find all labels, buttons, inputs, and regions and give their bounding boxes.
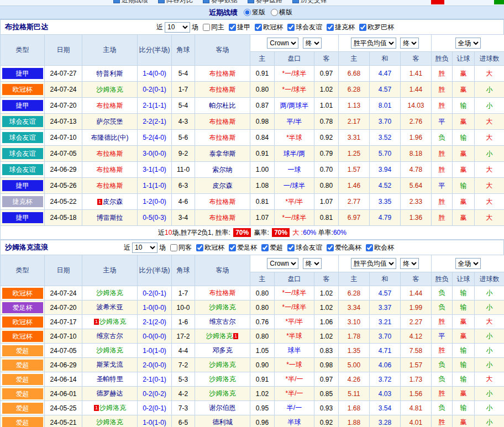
away-team-link[interactable]: 帕尔杜比	[209, 102, 236, 109]
scope-select[interactable]: 全场	[455, 258, 481, 269]
match-count-select[interactable]: 10	[132, 243, 158, 253]
top-nav-item[interactable]: 赛事盘路	[248, 0, 282, 5]
away-team-link[interactable]: 沙姆洛克	[206, 332, 233, 340]
away-team-link[interactable]: 布拉格斯	[209, 86, 236, 93]
top-nav-item[interactable]: 阵容对比	[158, 0, 193, 5]
score-link[interactable]: 5-2(4-0)	[143, 134, 166, 141]
away-team-link[interactable]: 布拉格斯	[209, 289, 236, 297]
home-team-link[interactable]: 沙姆洛克	[99, 318, 126, 325]
match-count-select[interactable]: 10	[165, 22, 190, 33]
home-team-link[interactable]: 博雷斯拉	[97, 214, 123, 222]
score-link[interactable]: 1-0(1-0)	[143, 419, 166, 426]
euro-avg-select[interactable]: 胜平负均值	[351, 38, 396, 49]
score-link[interactable]: 3-0(0-0)	[143, 150, 166, 157]
home-team-link[interactable]: 皮尔森	[103, 198, 123, 205]
home-team-link[interactable]: 布拉格斯	[97, 166, 123, 173]
filter-league-checkbox[interactable]	[287, 24, 295, 31]
score-link[interactable]: 1-0(1-0)	[143, 347, 166, 355]
home-team-link[interactable]: 萨尔茨堡	[97, 118, 123, 125]
filter-same-venue[interactable]: 同客	[170, 243, 192, 252]
filter-league[interactable]: 欧冠杯	[255, 23, 283, 32]
filter-league[interactable]: 球会友谊	[287, 23, 322, 32]
score-link[interactable]: 1-0(0-0)	[143, 304, 166, 312]
horizontal-radio[interactable]	[271, 9, 278, 16]
score-link[interactable]: 2-1(1-1)	[143, 102, 166, 109]
away-team-link[interactable]: 索尔纳	[213, 166, 233, 173]
filter-same-venue-checkbox[interactable]	[170, 244, 177, 251]
filter-league[interactable]: 捷甲	[229, 23, 250, 32]
away-team-link[interactable]: 谢尔伯恩	[209, 404, 236, 412]
scope-select[interactable]: 全场	[455, 38, 481, 49]
home-team-link[interactable]: 布隆德比(中)	[91, 134, 129, 141]
odds-stage-select[interactable]: 终	[303, 258, 322, 269]
top-nav-item[interactable]: 赛事数据	[203, 0, 238, 5]
filter-league[interactable]: 欧罗巴杯	[359, 23, 394, 32]
home-team-link[interactable]: 沙姆洛克	[97, 418, 123, 426]
score-link[interactable]: 0-5(0-3)	[143, 214, 166, 222]
away-team-link[interactable]: 皮尔森	[213, 182, 233, 189]
filter-league-checkbox[interactable]	[287, 244, 295, 251]
home-team-link[interactable]: 波希米亚	[97, 303, 123, 311]
filter-league-checkbox[interactable]	[255, 24, 262, 31]
score-link[interactable]: 3-1(1-0)	[143, 166, 166, 173]
score-link[interactable]: 2-0(0-0)	[143, 361, 166, 369]
away-team-link[interactable]: 布拉格斯	[209, 118, 236, 125]
home-team-link[interactable]: 斯莱戈流	[97, 361, 123, 368]
euro-stage-select[interactable]: 终	[400, 38, 419, 49]
score-link[interactable]: 0-0(0-0)	[143, 333, 166, 340]
home-team-link[interactable]: 特普利斯	[97, 70, 123, 77]
filter-same-venue-checkbox[interactable]	[203, 24, 210, 31]
score-link[interactable]: 2-1(0-1)	[143, 376, 166, 383]
score-link[interactable]: 0-2(0-2)	[143, 390, 166, 398]
filter-league-checkbox[interactable]	[261, 244, 269, 251]
away-team-link[interactable]: 沙姆洛克	[209, 361, 236, 368]
vertical-radio[interactable]	[244, 9, 251, 16]
away-team-link[interactable]: 沙姆洛克	[209, 375, 236, 383]
away-team-link[interactable]: 布拉格斯	[209, 134, 236, 141]
score-link[interactable]: 0-2(0-1)	[143, 404, 166, 412]
score-link[interactable]: 1-2(0-0)	[143, 198, 166, 205]
score-link[interactable]: 0-2(0-1)	[143, 86, 166, 93]
away-team-link[interactable]: 沙姆洛克	[209, 389, 236, 397]
filter-league[interactable]: 爱伦高杯	[327, 243, 361, 252]
filter-league-checkbox[interactable]	[327, 244, 334, 251]
away-team-link[interactable]: 邓多克	[213, 346, 233, 354]
filter-league-checkbox[interactable]	[229, 244, 236, 251]
top-nav-item[interactable]: 历史交锋	[292, 0, 327, 5]
score-link[interactable]: 0-2(0-1)	[143, 289, 166, 297]
away-team-link[interactable]: 布拉格斯	[209, 198, 236, 205]
score-link[interactable]: 1-1(1-0)	[143, 182, 166, 189]
filter-league[interactable]: 欧冠杯	[196, 243, 224, 252]
away-team-link[interactable]: 德利城	[213, 418, 233, 426]
away-team-link[interactable]: 布拉格斯	[209, 214, 236, 222]
bookmaker-select[interactable]: Crown	[267, 258, 298, 269]
filter-league-checkbox[interactable]	[359, 24, 366, 31]
home-team-link[interactable]: 布拉格斯	[97, 150, 123, 157]
euro-avg-select[interactable]: 胜平负均值	[351, 258, 396, 269]
filter-league[interactable]: 捷克杯	[327, 23, 355, 32]
filter-league[interactable]: 爱超	[261, 243, 283, 252]
layout-option-vertical[interactable]: 竖版	[244, 8, 265, 17]
home-team-link[interactable]: 沙姆洛克	[99, 404, 126, 412]
euro-stage-select[interactable]: 终	[400, 258, 419, 269]
away-team-link[interactable]: 维京古尔	[209, 318, 236, 325]
bookmaker-select[interactable]: Crown	[267, 38, 298, 49]
away-team-link[interactable]: 沙姆洛克	[209, 303, 236, 311]
filter-same-venue[interactable]: 同主	[203, 23, 224, 32]
home-team-link[interactable]: 维京古尔	[97, 332, 123, 340]
home-team-link[interactable]: 布拉格斯	[97, 102, 123, 109]
away-team-link[interactable]: 布拉格斯	[209, 70, 236, 77]
home-team-link[interactable]: 布拉格斯	[97, 182, 123, 189]
layout-option-horizontal[interactable]: 横版	[271, 8, 292, 17]
home-team-link[interactable]: 德罗赫达	[97, 389, 123, 397]
filter-league[interactable]: 爱足杯	[229, 243, 257, 252]
score-link[interactable]: 1-4(0-0)	[143, 70, 166, 77]
home-team-link[interactable]: 圣帕特里	[97, 375, 123, 383]
home-team-link[interactable]: 沙姆洛克	[97, 289, 123, 297]
score-link[interactable]: 2-1(2-0)	[143, 318, 166, 326]
home-team-link[interactable]: 沙姆洛克	[97, 346, 123, 354]
filter-league[interactable]: 球会友谊	[287, 243, 322, 252]
filter-league[interactable]: 欧会杯	[366, 243, 394, 252]
home-team-link[interactable]: 沙姆洛克	[97, 86, 123, 93]
top-nav-item[interactable]: 近期战绩	[113, 0, 148, 5]
